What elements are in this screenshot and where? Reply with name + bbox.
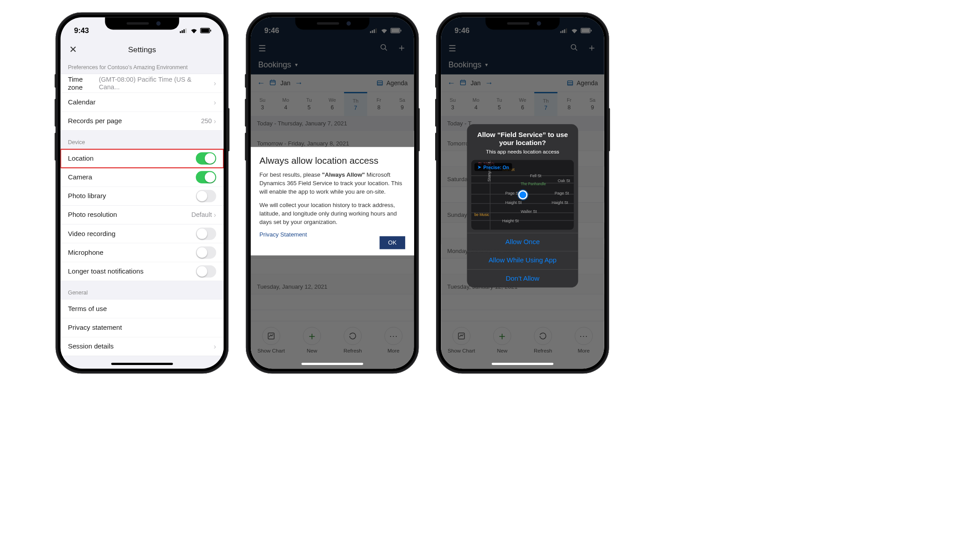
next-icon[interactable]: → — [295, 78, 303, 87]
toggle-location[interactable] — [196, 152, 216, 165]
next-icon[interactable]: → — [485, 78, 493, 87]
week-day[interactable]: Tu5 — [297, 92, 320, 116]
toggle-toast[interactable] — [196, 265, 216, 278]
week-day[interactable]: Sa9 — [581, 92, 604, 116]
svg-rect-23 — [268, 333, 274, 339]
add-icon[interactable]: ＋ — [587, 44, 597, 53]
privacy-statement-link[interactable]: Privacy Statement — [259, 232, 307, 238]
label: Calendar — [68, 98, 96, 106]
add-icon[interactable]: ＋ — [397, 44, 407, 53]
dont-allow-button[interactable]: Don’t Allow — [467, 269, 578, 287]
row-records-per-page[interactable]: Records per page 250› — [61, 112, 224, 131]
show-chart-button[interactable]: Show Chart — [251, 321, 291, 369]
date-nav: ← Jan → Agenda — [441, 75, 604, 92]
row-video-recording[interactable]: Video recording — [61, 224, 224, 243]
week-day[interactable]: Mo4 — [464, 92, 487, 116]
row-timezone[interactable]: Time zone (GMT-08:00) Pacific Time (US &… — [61, 74, 224, 93]
toggle-camera[interactable] — [196, 171, 216, 183]
home-indicator[interactable] — [301, 363, 363, 365]
row-session[interactable]: Session details › — [61, 337, 224, 356]
hamburger-icon[interactable]: ☰ — [449, 43, 456, 54]
label: Location — [68, 154, 94, 162]
label: More — [578, 348, 590, 354]
week-day[interactable]: We6 — [511, 92, 534, 116]
page-title-row[interactable]: Bookings ▾ — [449, 57, 597, 74]
search-icon[interactable] — [380, 44, 388, 53]
svg-rect-20 — [377, 81, 382, 85]
close-icon[interactable]: ✕ — [69, 44, 77, 55]
day-number: 4 — [284, 104, 287, 111]
show-chart-button[interactable]: Show Chart — [441, 321, 482, 369]
row-terms[interactable]: Terms of use — [61, 299, 224, 318]
phone-ios-permission: 9:46 ☰ ＋ Bookings ▾ — [436, 12, 609, 374]
week-day[interactable]: We6 — [320, 92, 344, 116]
allow-while-using-button[interactable]: Allow While Using App — [467, 251, 578, 270]
day-number: 9 — [401, 104, 404, 111]
page-title-row[interactable]: Bookings ▾ — [258, 57, 407, 74]
week-day[interactable]: Su3 — [441, 92, 464, 116]
svg-rect-40 — [458, 333, 464, 339]
agenda-day-header: Tuesday, January 12, 2021 — [251, 274, 414, 294]
row-photo-resolution[interactable]: Photo resolution Default› — [61, 206, 224, 224]
row-photo-library[interactable]: Photo library — [61, 187, 224, 206]
chart-icon — [262, 327, 280, 345]
row-calendar[interactable]: Calendar › — [61, 93, 224, 112]
row-toast[interactable]: Longer toast notifications — [61, 262, 224, 281]
week-row: Su3Mo4Tu5We6Th7Fr8Sa9 — [251, 92, 414, 116]
label: Photo resolution — [68, 211, 117, 219]
svg-rect-1 — [182, 30, 183, 33]
label: Session details — [68, 342, 113, 350]
svg-rect-2 — [183, 29, 185, 33]
day-number: 6 — [331, 104, 334, 111]
new-button[interactable]: ＋ New — [291, 321, 332, 369]
section-device: Device — [61, 131, 224, 149]
prev-icon[interactable]: ← — [447, 78, 455, 87]
week-day[interactable]: Fr8 — [367, 92, 391, 116]
status-icons — [180, 28, 212, 33]
row-camera[interactable]: Camera — [61, 168, 224, 187]
chevron-right-icon: › — [214, 98, 216, 106]
label: New — [307, 348, 317, 354]
page-title: Bookings — [258, 60, 291, 69]
row-privacy[interactable]: Privacy statement — [61, 318, 224, 337]
agenda-toggle[interactable]: Agenda — [377, 79, 408, 87]
chevron-right-icon: › — [214, 117, 216, 125]
row-location[interactable]: Location — [61, 149, 224, 168]
refresh-button[interactable]: Refresh — [523, 321, 563, 369]
hamburger-icon[interactable]: ☰ — [258, 43, 266, 54]
week-day[interactable]: Th7 — [344, 92, 367, 116]
week-day[interactable]: Tu5 — [488, 92, 511, 116]
agenda-toggle[interactable]: Agenda — [567, 79, 598, 87]
calendar-icon[interactable] — [460, 79, 466, 87]
week-day[interactable]: Th7 — [534, 92, 557, 116]
precise-badge[interactable]: ➤ Precise: On — [474, 163, 512, 171]
svg-rect-16 — [270, 80, 275, 85]
home-indicator[interactable] — [111, 363, 173, 365]
home-indicator[interactable] — [492, 363, 553, 365]
week-day[interactable]: Su3 — [251, 92, 274, 116]
day-number: 3 — [261, 104, 264, 111]
ok-button[interactable]: OK — [379, 236, 405, 249]
label: New — [497, 348, 507, 354]
week-day[interactable]: Fr8 — [557, 92, 581, 116]
toggle-video[interactable] — [196, 228, 216, 240]
calendar-icon[interactable] — [269, 79, 276, 87]
svg-rect-5 — [201, 29, 209, 32]
toggle-photo-library[interactable] — [196, 190, 216, 203]
search-icon[interactable] — [570, 44, 578, 53]
refresh-button[interactable]: Refresh — [332, 321, 373, 369]
phone-location-sheet: 9:46 ☰ ＋ Bookings ▾ — [246, 12, 419, 374]
label: Time zone — [68, 75, 99, 91]
label: Terms of use — [68, 305, 107, 313]
more-button[interactable]: ⋯ More — [373, 321, 414, 369]
week-day[interactable]: Sa9 — [391, 92, 414, 116]
toggle-microphone[interactable] — [196, 246, 216, 259]
new-button[interactable]: ＋ New — [482, 321, 523, 369]
allow-once-button[interactable]: Allow Once — [467, 233, 578, 251]
alert-map: St. Mary's Market Fell St Oak St The Pan… — [471, 160, 574, 229]
refresh-icon — [534, 327, 552, 345]
prev-icon[interactable]: ← — [257, 78, 265, 87]
row-microphone[interactable]: Microphone — [61, 243, 224, 262]
more-button[interactable]: ⋯ More — [563, 321, 604, 369]
week-day[interactable]: Mo4 — [274, 92, 297, 116]
